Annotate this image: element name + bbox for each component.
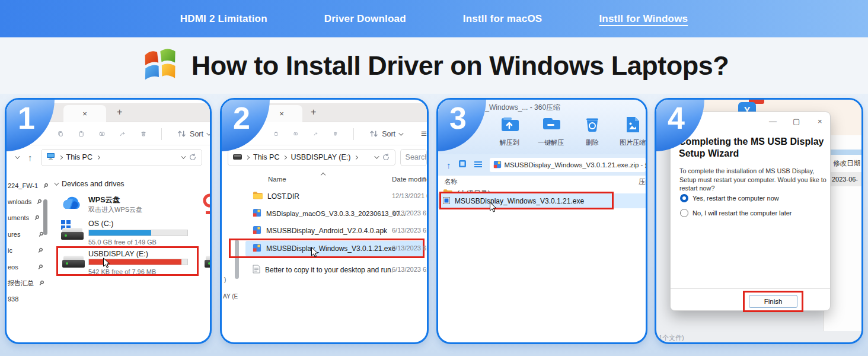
file-date: 6/13/2023 6:43 [392, 244, 429, 252]
new-tab-button[interactable]: + [117, 107, 122, 117]
mouse-cursor-icon [101, 258, 111, 271]
zip-path-bar[interactable]: MSUSBDisplay_Windows_V3.0.1.21.exe.zip -… [490, 158, 646, 172]
radio-restart-later[interactable]: No, I will restart the computer later [680, 209, 792, 217]
breadcrumb-this-pc[interactable]: This PC [253, 153, 279, 161]
sidebar-item[interactable]: wnloads [8, 193, 42, 210]
refresh-icon[interactable] [382, 153, 390, 161]
radio-unselected-icon[interactable] [680, 209, 688, 217]
nav-driver-download[interactable]: Driver Download [324, 13, 406, 25]
sidebar-item[interactable]: ic [8, 242, 43, 259]
nav-hdmi2-limitation[interactable]: HDMI 2 Limitation [180, 13, 267, 25]
file-name: MSUSBDisplay_Android_V2.0.4.0.apk [266, 227, 387, 235]
zip-address-row: ↑ MSUSBDisplay_Windows_V3.0.1.21.exe.zip… [438, 154, 646, 176]
column-header-date[interactable]: Date modified [392, 176, 429, 183]
rename-icon[interactable] [99, 129, 105, 139]
sidebar-item[interactable]: 报告汇总 [8, 275, 44, 291]
search-box[interactable]: Search [400, 149, 427, 166]
view-large-icon[interactable] [458, 160, 467, 170]
drive-name: OS (C:) [88, 220, 113, 228]
pin-icon [43, 180, 49, 191]
maximize-button[interactable]: ▢ [793, 117, 800, 126]
toolbar-divider [161, 128, 162, 140]
zip-tool-label: 一键解压 [533, 138, 569, 147]
row-name: MSUSBDisplay_Windows_V3.0.1.21.exe [455, 197, 584, 205]
zip-tool-image-compress[interactable]: 图片压缩 [615, 115, 647, 147]
drive-free-space: 55.0 GB free of 149 GB [88, 239, 157, 246]
zip-tool-extract-to[interactable]: 解压到 [492, 115, 527, 147]
installer-file-icon [253, 225, 261, 237]
sidebar-item[interactable]: 938 [8, 291, 18, 307]
delete-icon[interactable] [333, 129, 337, 139]
bg-column-header-date-modified: 修改日期 [833, 159, 860, 168]
search-placeholder: Search [406, 153, 427, 161]
zip-tool-one-click-extract[interactable]: 一键解压 [533, 115, 569, 147]
sort-button[interactable]: Sort [177, 129, 210, 139]
setup-wizard-dialog: 1.21 — ▢ × Completing the MS USB Display… [670, 112, 831, 311]
sidebar-fragment: AY (E [223, 293, 238, 300]
crumb-sep-icon [58, 155, 62, 159]
zip-tool-label: 删除 [575, 138, 610, 147]
minimize-button[interactable]: — [769, 117, 777, 126]
sidebar-scrollbar[interactable] [43, 199, 47, 235]
back-chevron-icon[interactable] [15, 154, 20, 158]
file-row-lostdir[interactable]: LOST.DIR [253, 188, 299, 205]
breadcrumb-this-pc[interactable]: This PC [66, 153, 92, 161]
crumb-sep-icon [283, 155, 287, 159]
group-header[interactable]: Devices and drives [54, 176, 125, 192]
up-arrow-icon[interactable]: ↑ [446, 160, 451, 170]
address-bar[interactable]: This PC USBDISPLAY (E:) [228, 149, 395, 166]
file-name: MSUSBDisplay_Windows_V3.0.1.21.exe [266, 244, 395, 253]
zip-tool-delete[interactable]: 删除 [575, 115, 610, 147]
file-row-note[interactable]: Better to copy it to your desktop and ru… [253, 262, 393, 278]
sidebar-item[interactable]: eos [8, 259, 43, 275]
sidebar-item[interactable]: uments [8, 209, 40, 226]
rename-icon[interactable] [293, 129, 298, 139]
collapse-chevron-icon [54, 180, 59, 185]
file-row-windows-exe[interactable]: MSUSBDisplay_Windows_V3.0.1.21.exe [253, 240, 395, 257]
new-tab-button[interactable]: + [311, 107, 316, 117]
copy-icon[interactable] [58, 129, 63, 139]
mouse-cursor-icon [488, 202, 497, 215]
wizard-heading: Completing the MS USB Display Setup Wiza… [679, 136, 826, 160]
delete-icon[interactable] [141, 129, 146, 139]
sidebar-item[interactable]: 224_FW-1 [8, 177, 49, 194]
breadcrumb-usbdisplay[interactable]: USBDISPLAY (E:) [291, 153, 350, 161]
radio-label: No, I will restart the computer later [693, 209, 792, 217]
column-header-size[interactable]: 压缩前 [639, 177, 647, 186]
address-bar[interactable]: This PC [41, 149, 202, 166]
column-header-name[interactable]: Name [268, 176, 286, 183]
share-icon[interactable] [314, 129, 318, 139]
address-dropdown-icon[interactable] [181, 154, 186, 158]
sidebar-item[interactable]: ures [8, 226, 44, 243]
address-dropdown-icon[interactable] [374, 154, 379, 158]
pin-icon [34, 212, 40, 223]
nav-install-macos[interactable]: Instll for macOS [463, 13, 542, 25]
paste-icon[interactable] [78, 129, 84, 139]
file-row-android[interactable]: MSUSBDisplay_Android_V2.0.4.0.apk [253, 223, 387, 239]
up-arrow-icon[interactable]: ↑ [28, 152, 33, 163]
nav-install-windows[interactable]: Instll for Windows [599, 13, 688, 25]
file-date: 6/13/2023 6:43 [392, 227, 429, 234]
step1-panel: 1 × + Sort ↑ Thi [5, 98, 212, 344]
tab-close-icon[interactable]: × [82, 109, 87, 118]
radio-selected-icon[interactable] [680, 194, 688, 202]
share-icon[interactable] [120, 129, 126, 139]
explorer-tab[interactable]: × [63, 105, 106, 122]
tab-close-icon[interactable]: × [279, 109, 284, 118]
this-pc-icon [46, 152, 55, 162]
page-title: How to Install Driver on Windows Laptops… [192, 50, 729, 81]
step1-highlight-box [56, 246, 199, 276]
file-row-macos[interactable]: MSDisplay_macOS_V3.0.3.3_20230613_07... [253, 205, 406, 222]
view-list-icon[interactable] [474, 160, 483, 170]
view-menu-icon[interactable]: ≡ [421, 128, 427, 140]
installer-file-icon [493, 160, 502, 170]
refresh-icon[interactable] [189, 153, 197, 161]
close-button[interactable]: × [818, 117, 822, 126]
paste-icon[interactable] [274, 129, 278, 139]
zip-row-exe[interactable]: MSUSBDisplay_Windows_V3.0.1.21.exe [443, 193, 584, 209]
radio-restart-now[interactable]: Yes, restart the computer now [680, 194, 779, 202]
sort-button[interactable]: Sort [369, 129, 402, 139]
step2-panel: 2 × + Sort ≡ This PC [220, 98, 429, 344]
top-nav: HDMI 2 Limitation Driver Download Instll… [0, 0, 868, 37]
file-name: LOST.DIR [267, 192, 299, 201]
